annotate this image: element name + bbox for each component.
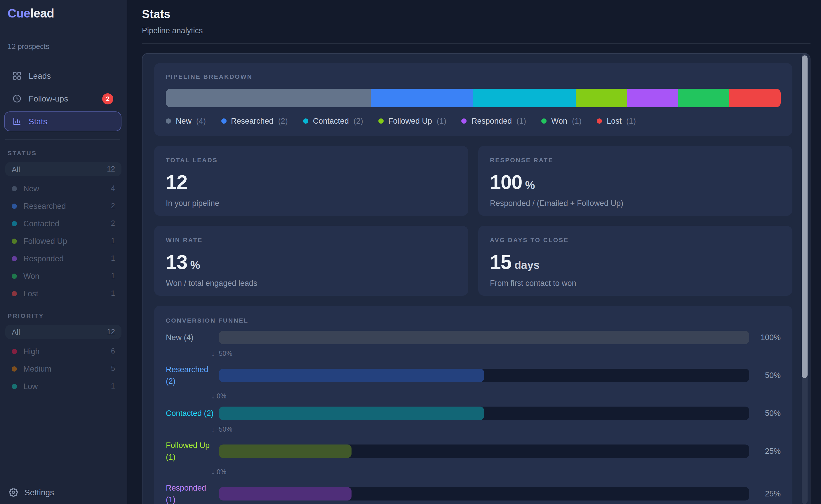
scrollbar-track[interactable] xyxy=(802,54,808,504)
metric-title: RESPONSE RATE xyxy=(490,156,781,163)
settings-button[interactable]: Settings xyxy=(4,488,121,497)
legend-label: Contacted xyxy=(313,117,349,125)
priority-filter-all[interactable]: All 12 xyxy=(5,325,121,339)
sidebar-spacer xyxy=(4,395,121,488)
metric-desc: Responded / (Emailed + Followed Up) xyxy=(490,199,781,208)
metric-desc: In your pipeline xyxy=(166,199,457,208)
filter-label: Researched xyxy=(23,202,66,210)
status-dot-lost xyxy=(12,291,17,296)
clock-icon xyxy=(12,94,22,103)
funnel-label: Researched (2) xyxy=(166,364,219,387)
status-filter-contacted[interactable]: Contacted 2 xyxy=(4,215,121,232)
legend-count: (1) xyxy=(437,117,446,125)
funnel-bar-track xyxy=(219,369,749,382)
legend-label: Won xyxy=(551,117,567,125)
metric-value: 13 xyxy=(166,251,187,274)
segment-responded xyxy=(627,89,678,107)
status-filter-lost[interactable]: Lost 1 xyxy=(4,285,121,302)
legend-dot xyxy=(166,118,171,124)
filter-label: New xyxy=(23,184,39,193)
segment-lost xyxy=(729,89,780,107)
priority-filter-high[interactable]: High 6 xyxy=(4,342,121,360)
page-subtitle: Pipeline analytics xyxy=(142,26,810,35)
status-dot-followed-up xyxy=(12,238,17,244)
filter-count: 4 xyxy=(111,184,115,193)
priority-dot-high xyxy=(12,349,17,354)
metric-title: WIN RATE xyxy=(166,236,457,243)
filter-count: 12 xyxy=(107,328,115,336)
legend-count: (1) xyxy=(572,117,581,125)
funnel-bar xyxy=(219,369,484,382)
sidebar-item-label: Stats xyxy=(29,117,47,126)
metric-card-response-rate: RESPONSE RATE 100% Responded / (Emailed … xyxy=(478,146,792,216)
filter-label: Won xyxy=(23,272,39,280)
priority-filter-medium[interactable]: Medium 5 xyxy=(4,360,121,377)
funnel-bar-track xyxy=(219,445,749,458)
funnel-bar xyxy=(219,445,352,458)
filter-label: Medium xyxy=(23,364,51,373)
sidebar-item-label: Follow-ups xyxy=(29,94,68,103)
status-dot-researched xyxy=(12,203,17,209)
prospects-count: 12 prospects xyxy=(8,43,121,51)
funnel-drop-label: ↓ -50% xyxy=(212,426,781,433)
filter-count: 1 xyxy=(111,382,115,390)
funnel-bar-track xyxy=(219,487,749,501)
logo-prefix: Cue xyxy=(8,6,30,20)
legend-item-lost: Lost(1) xyxy=(597,117,636,125)
filter-label: Responded xyxy=(23,254,64,263)
legend-label: Researched xyxy=(231,117,274,125)
status-filter-researched[interactable]: Researched 2 xyxy=(4,197,121,215)
legend-count: (1) xyxy=(516,117,526,125)
funnel-pct: 50% xyxy=(749,409,781,418)
priority-dot-medium xyxy=(12,366,17,371)
funnel-drop-label: ↓ 0% xyxy=(212,469,781,476)
status-filter-all[interactable]: All 12 xyxy=(5,162,121,176)
legend-label: Followed Up xyxy=(388,117,432,125)
filter-count: 2 xyxy=(111,202,115,210)
legend-item-won: Won(1) xyxy=(541,117,581,125)
priority-filter-low[interactable]: Low 1 xyxy=(4,377,121,395)
status-filter-followed-up[interactable]: Followed Up 1 xyxy=(4,232,121,250)
legend-item-followed-up: Followed Up(1) xyxy=(378,117,446,125)
filter-count: 1 xyxy=(111,272,115,280)
scrollbar-thumb[interactable] xyxy=(802,55,808,378)
legend-count: (2) xyxy=(278,117,288,125)
status-filter-responded[interactable]: Responded 1 xyxy=(4,250,121,267)
filter-count: 1 xyxy=(111,254,115,263)
sidebar-item-follow-ups[interactable]: Follow-ups 2 xyxy=(4,89,121,109)
metric-value: 12 xyxy=(166,171,187,194)
metric-card-win-rate: WIN RATE 13% Won / total engaged leads xyxy=(154,226,468,296)
status-filter-won[interactable]: Won 1 xyxy=(4,267,121,285)
stats-scroll-panel[interactable]: PIPELINE BREAKDOWN New(4) Researched(2) … xyxy=(142,53,810,504)
segment-contacted xyxy=(473,89,576,107)
legend-label: New xyxy=(176,117,191,125)
sidebar: Cuelead 12 prospects Leads Follow-ups 2 xyxy=(0,0,127,504)
pipeline-stacked-bar xyxy=(166,89,781,107)
conversion-funnel-card: CONVERSION FUNNEL New (4) 100% ↓ -50% Re… xyxy=(154,306,792,504)
sidebar-item-stats[interactable]: Stats xyxy=(4,111,121,131)
status-filter-new[interactable]: New 4 xyxy=(4,180,121,197)
funnel-bar-track xyxy=(219,331,749,344)
metric-desc: Won / total engaged leads xyxy=(166,279,457,288)
priority-dot-low xyxy=(12,384,17,389)
filter-label: Contacted xyxy=(23,219,59,228)
page-title: Stats xyxy=(142,8,810,21)
funnel-bar xyxy=(219,407,484,420)
pipeline-legend: New(4) Researched(2) Contacted(2) Follow… xyxy=(166,117,781,125)
legend-label: Responded xyxy=(471,117,512,125)
sidebar-item-leads[interactable]: Leads xyxy=(4,66,121,86)
filter-label: All xyxy=(12,165,20,174)
metric-title: AVG DAYS TO CLOSE xyxy=(490,236,781,243)
segment-won xyxy=(678,89,729,107)
settings-label: Settings xyxy=(25,488,54,497)
sidebar-item-label: Leads xyxy=(29,71,51,81)
segment-researched xyxy=(371,89,473,107)
funnel-pct: 50% xyxy=(749,371,781,380)
legend-count: (4) xyxy=(196,117,206,125)
funnel-label: Followed Up (1) xyxy=(166,440,219,463)
filter-count: 2 xyxy=(111,219,115,227)
status-dot-new xyxy=(12,186,17,191)
bar-chart-icon xyxy=(12,117,22,126)
metric-card-total-leads: TOTAL LEADS 12 In your pipeline xyxy=(154,146,468,216)
conversion-funnel-title: CONVERSION FUNNEL xyxy=(166,317,781,324)
